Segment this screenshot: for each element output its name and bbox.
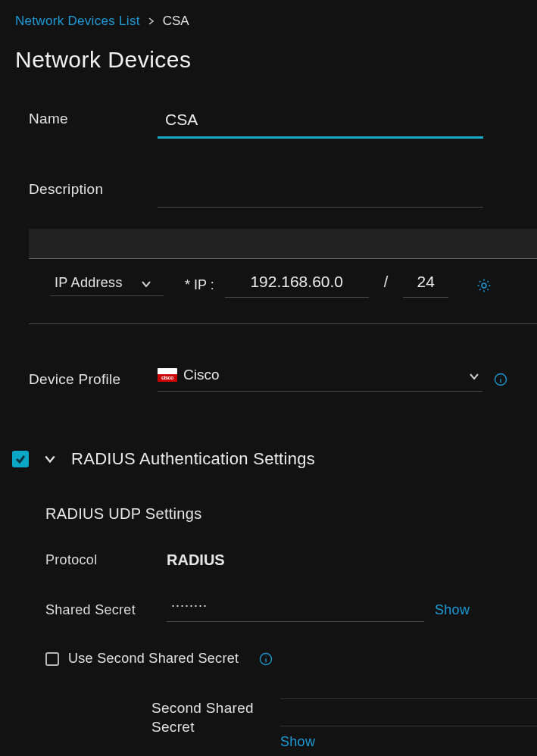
page-title: Network Devices — [0, 47, 537, 73]
svg-point-6 — [266, 655, 267, 656]
radius-section-title: RADIUS Authentication Settings — [71, 449, 315, 469]
chevron-down-icon — [141, 277, 151, 288]
ip-type-dropdown[interactable]: IP Address — [50, 275, 164, 296]
shared-secret-label: Shared Secret — [45, 602, 167, 618]
name-input[interactable] — [158, 109, 483, 139]
ip-address-input[interactable] — [225, 273, 369, 298]
cisco-logo-icon: cisco — [158, 368, 177, 382]
radius-udp-heading: RADIUS UDP Settings — [45, 505, 537, 551]
second-shared-secret-input[interactable] — [280, 702, 537, 726]
svg-point-3 — [501, 376, 501, 376]
device-profile-dropdown[interactable]: cisco Cisco — [158, 367, 482, 392]
name-label: Name — [29, 109, 158, 127]
use-second-secret-checkbox[interactable] — [45, 652, 59, 666]
info-icon[interactable] — [258, 651, 273, 667]
gear-icon[interactable] — [476, 277, 492, 294]
chevron-right-icon — [148, 16, 155, 27]
use-second-secret-label: Use Second Shared Secret — [68, 651, 239, 667]
svg-point-0 — [482, 283, 486, 288]
info-icon[interactable] — [493, 372, 508, 387]
ip-mask-separator: / — [379, 273, 393, 297]
radius-enable-checkbox[interactable] — [12, 451, 29, 467]
device-profile-label: Device Profile — [29, 371, 158, 388]
ip-type-label: IP Address — [55, 275, 123, 291]
description-label: Description — [29, 180, 158, 198]
chevron-down-icon[interactable] — [42, 451, 58, 467]
breadcrumb-current: CSA — [163, 14, 189, 29]
shared-secret-input[interactable] — [167, 598, 424, 622]
description-input[interactable] — [158, 180, 483, 208]
ip-field-label: * IP : — [174, 277, 214, 293]
protocol-value: RADIUS — [167, 551, 225, 569]
chevron-down-icon — [469, 370, 479, 380]
second-shared-secret-label: Second Shared Secret — [151, 698, 265, 736]
show-shared-secret-link[interactable]: Show — [435, 602, 470, 618]
breadcrumb-parent-link[interactable]: Network Devices List — [15, 14, 140, 29]
ip-section-banner — [29, 229, 537, 259]
device-profile-value: Cisco — [183, 367, 220, 383]
ip-mask-input[interactable] — [403, 273, 448, 298]
show-second-secret-link[interactable]: Show — [280, 734, 537, 750]
breadcrumb: Network Devices List CSA — [0, 14, 537, 47]
protocol-label: Protocol — [45, 552, 167, 568]
